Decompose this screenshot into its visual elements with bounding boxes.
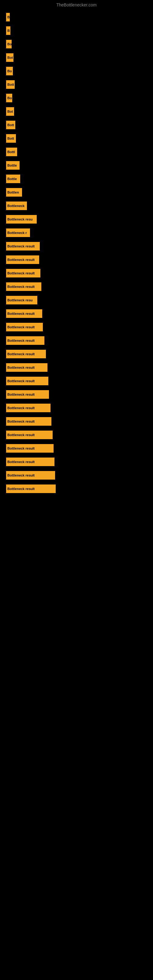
bar-row: Bottl (6, 146, 147, 158)
bar-row: Bottleneck result (6, 321, 147, 332)
site-title: TheBottlenecker.com (0, 0, 153, 9)
bar: Bo (6, 94, 12, 102)
bar-row: Bottlen (6, 187, 147, 198)
bar-label: Bottleneck result (7, 312, 35, 315)
bar-label: Bottleneck result (7, 447, 35, 450)
bar-label: Bottleneck result (7, 285, 35, 288)
bar: Bottleneck result (6, 350, 46, 358)
bar-row: B (6, 12, 147, 23)
bar: Bottl (6, 148, 17, 156)
bar-row: Bo (6, 65, 147, 76)
bar-label: Bottleneck result (7, 366, 35, 369)
bar-row: Bo (6, 92, 147, 103)
bar-label: Bottleneck result (7, 244, 35, 248)
bar: Bo (6, 67, 13, 75)
bar-label: Bottleneck (7, 204, 24, 208)
bar-label: Bottleneck result (7, 433, 35, 437)
bar-row: Bottle (6, 160, 147, 171)
bar-row: Bot (6, 106, 147, 117)
bar-row: Bottleneck result (6, 268, 147, 279)
bar-row: Bottleneck result (6, 456, 147, 467)
bar: Bottleneck result (6, 390, 49, 399)
bar-label: B‌ (7, 29, 10, 32)
bar-row: Bottleneck result (6, 281, 147, 292)
bar-label: Bottleneck result (7, 487, 35, 491)
bar-label: Bottleneck result (7, 271, 35, 275)
bar-row: Bottleneck result (6, 430, 147, 441)
bar: B‌ (6, 26, 10, 35)
bar: Bottleneck result (6, 431, 53, 439)
bar: Bo (6, 40, 12, 48)
bar-row: Bot (6, 52, 147, 63)
bar-row: Bott (6, 133, 147, 144)
bar: Bottleneck resu (6, 215, 37, 224)
bar-row: Bott (6, 119, 147, 130)
bar: Bottleneck result (6, 377, 48, 385)
bar: Bottleneck r (6, 229, 30, 237)
bar-label: Bottl (7, 150, 15, 154)
bar-label: Bottle (7, 164, 17, 167)
bar-row: Bottleneck result (6, 362, 147, 373)
bar: Bottleneck result (6, 282, 41, 291)
bar-label: Bottleneck resu (7, 298, 33, 302)
bar-row: Bottleneck result (6, 375, 147, 387)
bar-label: Bottlen (7, 191, 19, 194)
bar: Bottleneck result (6, 444, 54, 453)
bar-label: Bott (7, 83, 14, 86)
bar: Bottleneck (6, 202, 27, 210)
bar: Bottleneck result (6, 309, 42, 318)
bars-container: BB‌BoBotBoBottBoBotBottBottBottlBottleBo… (0, 9, 153, 500)
bar-row: Bottleneck result (6, 402, 147, 414)
bar: Bott (6, 134, 16, 143)
bar-row: Bottleneck result (6, 335, 147, 346)
bar-row: Bottleneck result (6, 348, 147, 360)
bar-label: Bottleneck result (7, 325, 35, 329)
bar-row: Bottleneck result (6, 483, 147, 494)
bar: Bottleneck result (6, 336, 45, 345)
bar-row: Bottleneck (6, 200, 147, 211)
bar: B (6, 13, 10, 21)
bar-row: Bottle (6, 173, 147, 185)
bar-row: Bottleneck resu (6, 294, 147, 305)
bar-label: Bottleneck resu (7, 218, 33, 221)
bar-label: Bo (7, 69, 12, 73)
bar-label: Bott (7, 137, 14, 140)
bar-row: Bott (6, 79, 147, 90)
bar: Bottleneck result (6, 323, 43, 331)
bar: Bottleneck result (6, 471, 55, 480)
bar: Bottleneck result (6, 269, 40, 277)
bar: Bottleneck result (6, 255, 39, 264)
bar: Bottle (6, 161, 19, 170)
bar: Bottleneck result (6, 242, 40, 250)
bar-row: Bottleneck result (6, 389, 147, 400)
bar-row: Bottleneck result (6, 308, 147, 319)
bar-label: Bot (7, 56, 13, 59)
bar: Bottleneck result (6, 363, 48, 372)
bar-row: Bottleneck result (6, 254, 147, 265)
bar: Bottleneck result (6, 485, 56, 493)
bar-label: Bottleneck result (7, 406, 35, 410)
bar-label: Bottleneck result (7, 393, 35, 396)
bar: Bottleneck result (6, 417, 51, 426)
bar-label: Bott (7, 123, 14, 127)
bar-row: Bottleneck resu (6, 214, 147, 225)
bar: Bot (6, 53, 13, 62)
bar-row: Bottleneck result (6, 416, 147, 427)
bar-label: Bottleneck r (7, 231, 27, 235)
bar-row: Bottleneck r (6, 227, 147, 238)
bar: Bott (6, 80, 15, 89)
bar-row: B‌ (6, 25, 147, 36)
bar-label: Bo (7, 42, 12, 46)
bar-row: Bo (6, 38, 147, 49)
bar-row: Bottleneck result (6, 443, 147, 454)
bar-label: Bottleneck result (7, 379, 35, 383)
bar-label: B (7, 15, 10, 19)
bar-label: Bottleneck result (7, 474, 35, 477)
bar: Bott (6, 121, 15, 129)
bar: Bottleneck result (6, 458, 54, 466)
bar: Bottleneck resu (6, 296, 37, 304)
bar-label: Bottleneck result (7, 258, 35, 261)
bar-row: Bottleneck result (6, 241, 147, 252)
bar: Bottleneck result (6, 404, 51, 412)
bar: Bottlen (6, 188, 22, 197)
